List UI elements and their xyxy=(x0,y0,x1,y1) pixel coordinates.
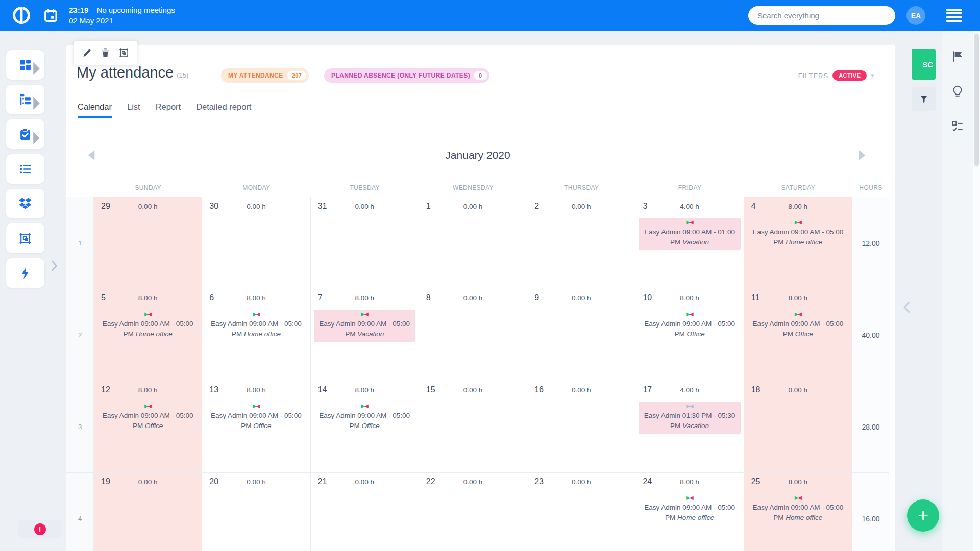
badge-planned-absence[interactable]: PLANNED ABSENCE (ONLY FUTURE DATES) 0 xyxy=(324,68,489,83)
event-text: Easy Admin 01:30 PM - 05:30 PM Vacation xyxy=(641,411,738,431)
sidebar-item-tasks[interactable] xyxy=(6,119,44,149)
week-hours-total: 12.00 xyxy=(852,197,889,289)
attendance-event[interactable]: ▶◀Easy Admin 09:00 AM - 05:00 PM Office xyxy=(205,402,307,434)
attendance-event[interactable]: ▶◀Easy Admin 09:00 AM - 05:00 PM Office xyxy=(639,310,740,342)
sidebar-item-quick-actions[interactable] xyxy=(6,258,44,288)
next-month-arrow-icon[interactable] xyxy=(859,150,866,160)
calendar-day-cell[interactable]: 210.00 h xyxy=(311,472,419,551)
event-range-arrows-icon: ▶◀ xyxy=(316,311,413,318)
easy-logo[interactable] xyxy=(12,6,31,24)
day-hours-label: 0.00 h xyxy=(419,478,527,486)
avatar[interactable]: EA xyxy=(906,6,925,25)
day-cell-top: 34.00 h xyxy=(635,201,743,213)
day-cell-top: 180.00 h xyxy=(744,385,852,397)
attendance-event[interactable]: ▶◀Easy Admin 09:00 AM - 05:00 PM Office xyxy=(314,402,415,434)
calendar-day-cell[interactable]: 148.00 h▶◀Easy Admin 09:00 AM - 05:00 PM… xyxy=(311,381,419,472)
sidebar-expand-chevron-icon[interactable] xyxy=(50,260,58,271)
calendar-day-cell[interactable]: 68.00 h▶◀Easy Admin 09:00 AM - 05:00 PM … xyxy=(202,289,310,381)
scrollbar-thumb[interactable] xyxy=(974,34,979,166)
calendar-icon[interactable] xyxy=(44,9,58,22)
attendance-event[interactable]: ▶◀Easy Admin 09:00 AM - 05:00 PM Home of… xyxy=(639,493,740,525)
calendar-day-cell[interactable]: 190.00 h xyxy=(94,472,202,551)
day-hours-label: 8.00 h xyxy=(635,294,743,302)
filters-active-badge[interactable]: ACTIVE xyxy=(832,70,867,81)
calendar-day-cell[interactable]: 10.00 h xyxy=(419,197,527,289)
calendar-day-cell[interactable]: 138.00 h▶◀Easy Admin 09:00 AM - 05:00 PM… xyxy=(202,381,310,472)
calendar-day-cell[interactable]: 258.00 h▶◀Easy Admin 09:00 AM - 05:00 PM… xyxy=(744,472,852,551)
day-hours-label: 8.00 h xyxy=(202,294,310,302)
info-icon[interactable]: i xyxy=(34,523,46,535)
attendance-event[interactable]: ▶◀Easy Admin 09:00 AM - 05:00 PM Office xyxy=(747,310,849,342)
sidebar-item-dropbox[interactable] xyxy=(6,189,44,218)
calendar-day-cell[interactable]: 200.00 h xyxy=(202,472,310,551)
calendar-day-cell[interactable]: 34.00 h▶◀Easy Admin 09:00 AM - 01:00 PM … xyxy=(635,197,744,289)
flag-icon[interactable] xyxy=(951,50,964,63)
day-hours-label: 0.00 h xyxy=(527,478,635,486)
tab-detailed-report[interactable]: Detailed report xyxy=(196,102,251,118)
calendar-day-cell[interactable]: 230.00 h xyxy=(527,472,635,551)
calendar-day-cell[interactable]: 150.00 h xyxy=(419,381,527,472)
delete-trash-icon[interactable] xyxy=(101,48,110,58)
sidebar-item-list[interactable] xyxy=(6,154,44,184)
calendar-day-cell[interactable]: 78.00 h▶◀Easy Admin 09:00 AM - 05:00 PM … xyxy=(311,289,419,381)
chevron-right-icon xyxy=(30,62,43,75)
lightbulb-icon[interactable] xyxy=(951,85,964,98)
calendar-day-cell[interactable]: 290.00 h xyxy=(94,197,202,289)
attendance-event[interactable]: ▶◀Easy Admin 01:30 PM - 05:30 PM Vacatio… xyxy=(639,402,740,434)
attendance-event[interactable]: ▶◀Easy Admin 09:00 AM - 05:00 PM Vacatio… xyxy=(314,310,415,342)
clock-time: 23:19 xyxy=(69,6,88,14)
collapse-panel-chevron-icon[interactable] xyxy=(902,301,912,313)
calendar-day-cell[interactable]: 58.00 h▶◀Easy Admin 09:00 AM - 05:00 PM … xyxy=(94,289,202,381)
tab-report[interactable]: Report xyxy=(156,102,181,118)
search-input[interactable] xyxy=(748,6,895,25)
filter-funnel-button[interactable] xyxy=(912,87,936,111)
calendar-day-cell[interactable]: 174.00 h▶◀Easy Admin 01:30 PM - 05:30 PM… xyxy=(635,381,744,472)
badge-my-attendance[interactable]: MY ATTENDANCE 207 xyxy=(221,68,309,83)
filter-funnel-icon xyxy=(919,94,928,104)
tab-calendar[interactable]: Calendar xyxy=(78,102,112,118)
calendar-day-cell[interactable]: 220.00 h xyxy=(419,472,527,551)
frame-icon[interactable] xyxy=(119,48,129,58)
hamburger-menu-icon[interactable] xyxy=(946,9,962,22)
chevron-down-icon[interactable]: ▾ xyxy=(871,72,874,79)
attendance-event[interactable]: ▶◀Easy Admin 09:00 AM - 05:00 PM Home of… xyxy=(205,310,307,342)
badge-count: 0 xyxy=(474,71,487,80)
calendar-day-cell[interactable]: 80.00 h xyxy=(419,289,527,381)
list-icon xyxy=(19,163,32,176)
calendar-day-cell[interactable]: 248.00 h▶◀Easy Admin 09:00 AM - 05:00 PM… xyxy=(635,472,744,551)
edit-pencil-icon[interactable] xyxy=(82,48,92,58)
calendar-day-cell[interactable]: 48.00 h▶◀Easy Admin 09:00 AM - 05:00 PM … xyxy=(744,197,852,289)
calendar-day-cell[interactable]: 160.00 h xyxy=(527,381,635,472)
chevron-right-icon xyxy=(30,97,43,110)
day-cell-top: 248.00 h xyxy=(635,477,743,489)
sidebar-item-boards[interactable] xyxy=(6,223,44,253)
tab-list[interactable]: List xyxy=(127,102,140,118)
day-cell-top: 68.00 h xyxy=(202,293,310,305)
badge-count: 207 xyxy=(287,71,307,80)
view-tabs: Calendar List Report Detailed report xyxy=(78,102,251,118)
current-date: 02 May 2021 xyxy=(69,15,175,26)
calendar-day-cell[interactable]: 90.00 h xyxy=(527,289,635,381)
sc-quick-button[interactable]: SC xyxy=(912,49,936,80)
calendar-day-cell[interactable]: 20.00 h xyxy=(527,197,635,289)
day-hours-label: 0.00 h xyxy=(527,386,635,394)
attendance-event[interactable]: ▶◀Easy Admin 09:00 AM - 01:00 PM Vacatio… xyxy=(639,218,740,250)
day-hours-label: 8.00 h xyxy=(744,478,852,486)
calendar-day-cell[interactable]: 108.00 h▶◀Easy Admin 09:00 AM - 05:00 PM… xyxy=(635,289,744,381)
checklist-icon[interactable] xyxy=(951,120,964,133)
sidebar-item-project-tree[interactable] xyxy=(6,85,44,114)
sidebar-item-dashboard[interactable] xyxy=(6,50,44,80)
calendar-day-cell[interactable]: 128.00 h▶◀Easy Admin 09:00 AM - 05:00 PM… xyxy=(94,381,202,472)
page-scrollbar[interactable] xyxy=(973,31,980,551)
attendance-event[interactable]: ▶◀Easy Admin 09:00 AM - 05:00 PM Home of… xyxy=(747,493,849,525)
dropbox-icon xyxy=(19,197,32,210)
add-attendance-fab[interactable]: + xyxy=(907,499,939,532)
calendar-day-cell[interactable]: 118.00 h▶◀Easy Admin 09:00 AM - 05:00 PM… xyxy=(744,289,852,381)
calendar-day-cell[interactable]: 180.00 h xyxy=(744,381,852,472)
attendance-event[interactable]: ▶◀Easy Admin 09:00 AM - 05:00 PM Home of… xyxy=(747,218,849,250)
calendar-day-cell[interactable]: 310.00 h xyxy=(311,197,419,289)
event-text: Easy Admin 09:00 AM - 05:00 PM Office xyxy=(749,319,847,339)
attendance-event[interactable]: ▶◀Easy Admin 09:00 AM - 05:00 PM Office xyxy=(97,402,199,434)
attendance-event[interactable]: ▶◀Easy Admin 09:00 AM - 05:00 PM Home of… xyxy=(97,310,199,342)
calendar-day-cell[interactable]: 300.00 h xyxy=(202,197,310,289)
